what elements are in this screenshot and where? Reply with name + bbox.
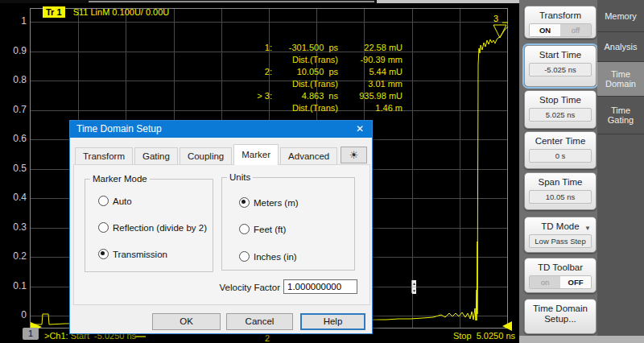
softkey-label: Span Time: [527, 177, 593, 188]
marker-x-value: Dist.(Trans): [272, 103, 338, 115]
spinner-up-icon[interactable]: ▲: [412, 280, 416, 287]
marker-y-value: 22.58 mU: [338, 43, 402, 55]
softkey-label: Center Time: [527, 136, 593, 147]
velocity-factor-spinbox: ▲ ▼: [283, 279, 357, 294]
sidebar-tab-memory[interactable]: Memory: [597, 0, 644, 32]
softkey-label: TD Mode▼: [527, 221, 593, 232]
softkey-td-toolbar[interactable]: TD ToolbaronOFF: [524, 258, 597, 293]
ok-button[interactable]: OK: [152, 313, 221, 330]
sidebar-tab-analysis[interactable]: Analysis: [597, 32, 644, 62]
toggle-on-label[interactable]: on: [530, 276, 560, 288]
radio-option-reflection-divide-by-2-[interactable]: Reflection (divide by 2): [98, 222, 207, 233]
dialog-tab-coupling[interactable]: Coupling: [180, 147, 232, 165]
radio-option-feet-ft-[interactable]: Feet (ft): [239, 224, 286, 234]
velocity-factor-spinner: ▲ ▼: [411, 280, 416, 293]
marker-readout-row: 2:10.050 ps5.44 mU: [233, 67, 402, 79]
softkey-label: Time Domain Setup...: [527, 304, 593, 324]
radio-button[interactable]: [98, 196, 109, 206]
softkey-span-time[interactable]: Span Time10.05 ns: [524, 172, 597, 210]
trace-badge[interactable]: Tr 1: [43, 6, 65, 18]
y-axis-tick-label: 0.4: [0, 192, 27, 203]
reference-dash: [135, 336, 146, 337]
softkey-start-time[interactable]: Start Time-5.025 ns: [524, 45, 597, 87]
marker-x-value: Dist.(Trans): [272, 55, 338, 67]
softkey-center-time[interactable]: Center Time0 s: [524, 131, 597, 169]
toggle-on-label[interactable]: ON: [530, 24, 560, 36]
gridline-horizontal: [31, 22, 507, 23]
radio-option-inches-in-[interactable]: Inches (in): [239, 251, 297, 262]
softkey-value: Low Pass Step: [529, 234, 592, 248]
softkey-toggle[interactable]: onOFF: [529, 275, 592, 289]
softkey-label: Stop Time: [527, 95, 593, 105]
status-stop-text: Stop 5.0250 ns: [441, 331, 515, 341]
top-strip-segment: [89, 1, 374, 2]
close-icon[interactable]: ✕: [348, 121, 372, 138]
y-axis-tick-label: 0.5: [0, 163, 27, 174]
toggle-off-label[interactable]: off: [560, 24, 591, 36]
cancel-button[interactable]: Cancel: [226, 313, 293, 330]
brightness-icon[interactable]: ☀: [341, 147, 367, 163]
radio-option-auto[interactable]: Auto: [98, 196, 132, 206]
softkey-label: Transform: [527, 10, 593, 21]
marker-mode-group: Marker Mode AutoReflection (divide by 2)…: [85, 179, 213, 272]
sidebar-tab-time-gating[interactable]: Time Gating: [597, 97, 644, 134]
marker-readout-table: 1:-301.500 ps22.58 mUDist.(Trans)-90.39 …: [233, 43, 402, 115]
spinner-down-icon[interactable]: ▼: [412, 287, 416, 294]
dialog-tab-marker[interactable]: Marker: [233, 144, 279, 165]
trace-header: Tr 1 S11 LinM 0.100U/ 0.00U: [43, 7, 169, 17]
dialog-title[interactable]: Time Domain Setup: [70, 121, 372, 138]
marker-id: 2:: [233, 67, 272, 79]
y-axis-tick-label: 0: [0, 309, 27, 320]
units-group: Units Meters (m)Feet (ft)Inches (in): [221, 177, 355, 271]
trace-parameters-label: S11 LinM 0.100U/ 0.00U: [73, 7, 170, 17]
dialog-tab-gating[interactable]: Gating: [134, 147, 178, 165]
marker-y-value: 5.44 mU: [338, 67, 402, 79]
dialog-tab-transform[interactable]: Transform: [75, 147, 133, 165]
softkey-time-domain-setup-[interactable]: Time Domain Setup...: [524, 299, 597, 334]
marker-id: [233, 55, 272, 67]
softkey-td-mode[interactable]: TD Mode▼Low Pass Step: [524, 217, 597, 253]
sidebar-tab-time-domain[interactable]: Time Domain: [597, 62, 644, 97]
sidebar-bottom-strip: [519, 336, 644, 343]
softkey-transform[interactable]: TransformONoff: [524, 6, 597, 39]
softkey-stop-time[interactable]: Stop Time5.025 ns: [524, 90, 597, 129]
softkey-label: TD Toolbar: [527, 262, 593, 273]
marker-readout-row: Dist.(Trans)1.46 m: [233, 103, 402, 115]
softkey-value: 10.05 ns: [529, 190, 592, 204]
radio-option-transmission[interactable]: Transmission: [98, 249, 167, 259]
y-axis-tick-label: 0.1: [0, 280, 27, 291]
time-domain-setup-dialog: Time Domain Setup ✕ TransformGatingCoupl…: [69, 120, 373, 334]
marker-id: [233, 103, 272, 115]
radio-button[interactable]: [239, 251, 250, 262]
chevron-down-icon: ▼: [584, 223, 591, 233]
radio-button-selected[interactable]: [239, 197, 250, 208]
softkey-label: Start Time: [527, 50, 593, 60]
radio-option-meters-m-[interactable]: Meters (m): [239, 197, 299, 208]
y-axis-tick-label: 0.6: [0, 133, 27, 144]
velocity-factor-input[interactable]: [284, 280, 411, 293]
toggle-off-label[interactable]: OFF: [560, 276, 591, 288]
marker-id: > 3:: [233, 91, 272, 103]
radio-label: Auto: [113, 196, 132, 206]
radio-button[interactable]: [239, 224, 250, 234]
radio-button-selected[interactable]: [98, 249, 109, 259]
marker-x-value: 10.050 ps: [272, 67, 338, 79]
menu-tab-column: MemoryAnalysisTime DomainTime Gating: [597, 0, 644, 336]
softkey-sidebar: TransformONoffStart Time-5.025 nsStop Ti…: [519, 0, 644, 343]
y-axis-tick-label: 0.7: [0, 104, 27, 115]
marker-tab-page: Marker Mode AutoReflection (divide by 2)…: [73, 164, 370, 305]
marker-x-value: 4.863 ns: [272, 91, 338, 103]
y-axis-tick-label: 0.2: [0, 250, 27, 262]
marker-x-value: Dist.(Trans): [272, 79, 338, 91]
radio-button[interactable]: [98, 222, 109, 233]
radio-label: Feet (ft): [254, 225, 286, 234]
help-button[interactable]: Help: [300, 313, 365, 330]
sidebar-tab-filler: [597, 134, 644, 336]
dialog-tab-advanced[interactable]: Advanced: [280, 147, 337, 165]
channel-badge[interactable]: 1: [23, 328, 39, 340]
y-axis-tick-label: 0.9: [0, 45, 27, 56]
top-strip-segment: [377, 0, 519, 3]
radio-label: Transmission: [113, 250, 167, 259]
marker-readout-row: > 3:4.863 ns935.98 mU: [233, 91, 402, 103]
softkey-toggle[interactable]: ONoff: [529, 23, 592, 37]
